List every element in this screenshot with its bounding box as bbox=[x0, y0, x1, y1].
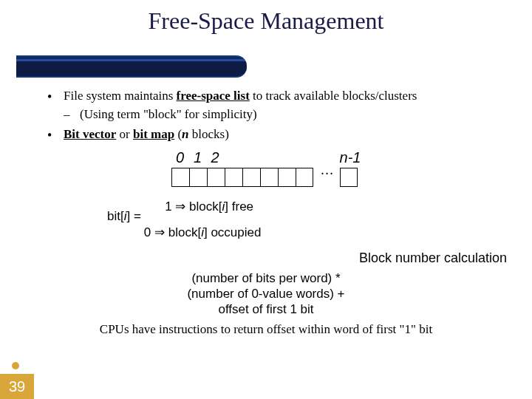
implies-icon: ⇒ bbox=[175, 200, 185, 214]
calc-heading: Block number calculation bbox=[0, 243, 532, 266]
bit-cell bbox=[242, 168, 260, 187]
slide-number: 39 bbox=[0, 374, 34, 399]
bullet-1: File system maintains free-space list to… bbox=[47, 88, 513, 123]
bit-cell bbox=[225, 168, 242, 187]
bit-cell bbox=[189, 168, 207, 187]
bit-cases: bit[i] = 1 ⇒ block[i] free 0 ⇒ block[i] … bbox=[107, 196, 425, 243]
b2-b: bit map bbox=[133, 127, 174, 141]
b2-p1: ( bbox=[174, 127, 182, 141]
bit-cell bbox=[260, 168, 278, 187]
bit-cell bbox=[207, 168, 225, 187]
lhs-post: ] = bbox=[126, 209, 140, 223]
slide-title: Free-Space Management bbox=[0, 0, 532, 35]
footnote: CPUs have instructions to return offset … bbox=[0, 322, 532, 337]
case-free: 1 ⇒ block[i] free bbox=[144, 199, 262, 214]
calc-line-3: offset of first 1 bit bbox=[0, 301, 532, 317]
bullet-2: Bit vector or bit map (n blocks) bbox=[47, 126, 513, 143]
label-2: 2 bbox=[207, 149, 233, 166]
bit-cell bbox=[296, 168, 313, 187]
ellipsis: … bbox=[313, 149, 340, 178]
b2-n: n bbox=[182, 127, 188, 141]
lhs-pre: bit[ bbox=[107, 209, 124, 223]
b2-mid: or bbox=[116, 127, 133, 141]
b2-p2: blocks) bbox=[189, 127, 229, 141]
label-0: 0 bbox=[171, 149, 189, 166]
accent-bar bbox=[16, 55, 247, 78]
bit-cell bbox=[340, 168, 358, 187]
b2-a: Bit vector bbox=[64, 127, 116, 141]
bit-vector-diagram: 0 1 2 … n-1 bbox=[0, 149, 532, 187]
b1-term: free-space list bbox=[177, 89, 250, 103]
label-n-1: n-1 bbox=[340, 149, 361, 166]
b1-pre: File system maintains bbox=[64, 89, 177, 103]
case-occupied: 0 ⇒ block[i] occupied bbox=[144, 217, 262, 240]
body-content: File system maintains free-space list to… bbox=[0, 78, 532, 143]
label-1: 1 bbox=[189, 149, 207, 166]
calc-line-2: (number of 0-value words) + bbox=[0, 286, 532, 301]
b1-post: to track available blocks/clusters bbox=[250, 89, 417, 103]
accent-dot-icon bbox=[12, 362, 19, 369]
calc-line-1: (number of bits per word) * bbox=[0, 270, 532, 286]
bullet-1-sub: (Using term "block" for simplicity) bbox=[64, 106, 513, 123]
implies-icon: ⇒ bbox=[154, 225, 165, 239]
bit-cell bbox=[171, 168, 189, 187]
bit-cells-main bbox=[171, 168, 313, 187]
bit-cell bbox=[278, 168, 296, 187]
calc-formula: (number of bits per word) * (number of 0… bbox=[0, 270, 532, 318]
